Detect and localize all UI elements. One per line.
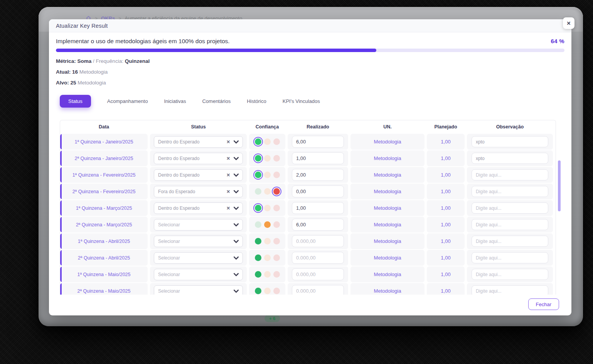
tab-iniciativas[interactable]: Iniciativas (164, 98, 186, 104)
observacao-input[interactable] (472, 285, 548, 295)
confidence-dot-green[interactable] (255, 288, 261, 294)
confidence-dot-orange[interactable] (264, 288, 271, 294)
chevron-down-icon[interactable] (234, 155, 239, 162)
row-date: 2ª Quinzena - Fevereiro/2025 (72, 189, 136, 194)
observacao-input[interactable] (472, 202, 548, 214)
confidence-dot-green[interactable] (255, 238, 261, 244)
confidence-dot-orange[interactable] (264, 221, 271, 228)
confidence-dot-green[interactable] (255, 221, 261, 228)
confidence-dot-green[interactable] (255, 155, 261, 162)
observacao-input[interactable] (472, 169, 548, 180)
chevron-down-icon[interactable] (234, 138, 239, 145)
confidence-dot-green[interactable] (255, 271, 261, 278)
confidence-dot-red[interactable] (273, 188, 280, 195)
chevron-down-icon[interactable] (234, 172, 239, 179)
status-select[interactable]: Dentro do Esperado ✕ (154, 202, 243, 214)
tab-acompanhamento[interactable]: Acompanhamento (107, 98, 148, 104)
chevron-down-icon[interactable] (234, 288, 239, 295)
status-select[interactable]: Selecionar (154, 219, 243, 231)
status-table: Data Status Confiança Realizado UN. Plan… (60, 120, 556, 295)
realizado-input[interactable] (292, 252, 344, 264)
confidence-dot-orange[interactable] (264, 172, 271, 178)
realizado-input[interactable] (292, 185, 344, 197)
table-rows-scroll-area[interactable]: 1ª Quinzena - Janeiro/2025 Dentro do Esp… (60, 133, 556, 295)
tablet-device-frame: > OKRs > Aumentar a eficiência da equipe… (39, 7, 583, 326)
realizado-input[interactable] (292, 285, 344, 295)
chevron-down-icon[interactable] (234, 271, 239, 278)
observacao-input[interactable] (472, 269, 548, 280)
confidence-dot-green[interactable] (255, 138, 261, 145)
status-select[interactable]: Dentro do Esperado ✕ (154, 153, 243, 164)
confidence-dot-red[interactable] (273, 138, 280, 145)
alvo-line: Alvo: 25 Metodologia (56, 80, 564, 86)
confidence-dot-green[interactable] (255, 172, 261, 178)
confidence-dot-green[interactable] (255, 205, 261, 211)
confidence-dot-orange[interactable] (264, 155, 271, 162)
confidence-dot-orange[interactable] (264, 138, 271, 145)
status-select[interactable]: Selecionar (154, 236, 243, 247)
status-select[interactable]: Selecionar (154, 252, 243, 264)
realizado-input[interactable] (292, 169, 344, 181)
status-select-value: Dentro do Esperado (158, 139, 226, 145)
status-select[interactable]: Selecionar (154, 285, 243, 295)
confidence-dot-orange[interactable] (264, 188, 271, 195)
column-header-status: Status (150, 124, 247, 130)
confidence-dot-orange[interactable] (264, 271, 271, 278)
chevron-down-icon[interactable] (234, 238, 239, 245)
tab-hist-rico[interactable]: Histórico (247, 98, 266, 104)
tab-coment-rios[interactable]: Comentários (202, 98, 231, 104)
observacao-input[interactable] (472, 252, 548, 263)
realizado-input[interactable] (292, 202, 344, 214)
chevron-down-icon[interactable] (234, 205, 239, 212)
clear-icon[interactable]: ✕ (226, 156, 230, 161)
clear-icon[interactable]: ✕ (226, 189, 230, 194)
confidence-dot-red[interactable] (273, 288, 280, 294)
fechar-button[interactable]: Fechar (528, 298, 559, 310)
confidence-dot-red[interactable] (273, 221, 280, 228)
confidence-dot-green[interactable] (255, 254, 261, 261)
row-accent-bar (60, 250, 62, 266)
clear-icon[interactable]: ✕ (226, 172, 230, 178)
confidence-dot-red[interactable] (273, 172, 280, 178)
confidence-dot-red[interactable] (273, 155, 280, 162)
realizado-input[interactable] (292, 268, 344, 280)
status-select[interactable]: Dentro do Esperado ✕ (154, 136, 243, 148)
confidence-dot-red[interactable] (273, 254, 280, 261)
confidence-dot-red[interactable] (273, 271, 280, 278)
confidence-dot-orange[interactable] (264, 254, 271, 261)
table-scrollbar[interactable] (558, 160, 561, 211)
realizado-input[interactable] (292, 219, 344, 231)
table-row: 1ª Quinzena - Abril/2025 Selecionar Meto… (60, 233, 556, 249)
table-row: 2ª Quinzena - Março/2025 Selecionar Meto… (60, 217, 556, 233)
confidence-dot-orange[interactable] (264, 238, 271, 244)
confidence-dot-green[interactable] (255, 188, 261, 195)
chevron-down-icon[interactable] (234, 188, 239, 195)
status-select-value: Selecionar (158, 222, 234, 228)
row-date: 1ª Quinzena - Maio/2025 (77, 272, 130, 277)
tab-kpi-s-vinculados[interactable]: KPI's Vinculados (283, 98, 320, 104)
close-icon[interactable]: ✕ (563, 17, 574, 29)
confidence-dot-orange[interactable] (264, 205, 271, 211)
un-value: Metodologia (374, 205, 401, 211)
status-select[interactable]: Dentro do Esperado ✕ (154, 169, 243, 181)
confidence-dot-red[interactable] (273, 205, 280, 211)
observacao-input[interactable] (472, 236, 548, 247)
clear-icon[interactable]: ✕ (226, 206, 230, 211)
status-select[interactable]: Fora do Esperado ✕ (154, 186, 243, 197)
observacao-input[interactable] (472, 186, 548, 197)
tab-status[interactable]: Status (60, 95, 91, 108)
chevron-down-icon[interactable] (234, 221, 239, 228)
observacao-input[interactable] (472, 153, 548, 164)
observacao-input[interactable] (472, 219, 548, 230)
row-date: 1ª Quinzena - Fevereiro/2025 (72, 172, 136, 178)
chevron-down-icon[interactable] (234, 254, 239, 261)
planejado-value: 1,00 (441, 271, 450, 277)
realizado-input[interactable] (292, 152, 344, 164)
realizado-input[interactable] (292, 235, 344, 247)
observacao-input[interactable] (472, 136, 548, 147)
row-date: 2ª Quinzena - Abril/2025 (78, 255, 130, 261)
realizado-input[interactable] (292, 136, 344, 148)
status-select[interactable]: Selecionar (154, 269, 243, 280)
confidence-dot-red[interactable] (273, 238, 280, 244)
clear-icon[interactable]: ✕ (226, 139, 230, 145)
